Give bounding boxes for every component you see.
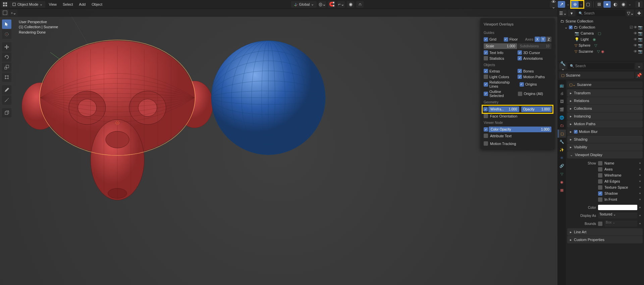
color-opacity-field[interactable]: Color Opacity1.000: [489, 127, 551, 132]
statistics-checkbox[interactable]: [484, 56, 488, 60]
panel-motion-blur[interactable]: ▸Motion Blur: [567, 128, 643, 135]
render-icon[interactable]: 📷: [638, 49, 643, 54]
tool-rotate[interactable]: [2, 52, 11, 62]
sphere-mesh[interactable]: [210, 39, 327, 156]
3d-cursor-checkbox[interactable]: [518, 50, 522, 55]
relationship-checkbox[interactable]: [484, 82, 488, 87]
extras-checkbox[interactable]: [484, 69, 488, 73]
gizmo-toggle[interactable]: ↗: [558, 1, 565, 8]
tab-object[interactable]: ▢: [558, 130, 566, 138]
eye-icon[interactable]: 👁: [634, 49, 637, 54]
tab-output[interactable]: 🖨: [558, 89, 566, 97]
eye-icon[interactable]: 👁: [634, 31, 637, 36]
tab-material[interactable]: ◉: [558, 178, 566, 186]
light-colors-checkbox[interactable]: [484, 75, 488, 79]
wireframe-field[interactable]: Wirefra...1.000: [488, 106, 519, 112]
outliner-display-mode[interactable]: ▾: [568, 10, 575, 16]
tool-add-cube[interactable]: [2, 108, 11, 117]
outliner-tree[interactable]: 🗀 Scene Collection ⌄ 🗀 Collection ☑👁📷 📷 …: [558, 17, 644, 61]
shadow-checkbox[interactable]: [598, 191, 602, 196]
menu-add[interactable]: Add: [76, 2, 89, 6]
opacity-field[interactable]: Opacity1.000: [521, 106, 552, 112]
orientation-dropdown[interactable]: Global ⌄: [291, 1, 317, 8]
xray-toggle[interactable]: ▢: [584, 1, 592, 8]
origins-all-checkbox[interactable]: [518, 92, 522, 96]
tab-particles[interactable]: ✨: [558, 146, 566, 154]
eye-icon[interactable]: 👁: [634, 25, 637, 30]
menu-object[interactable]: Object: [89, 2, 105, 6]
tab-world[interactable]: 🌐: [558, 113, 566, 122]
texture-space-checkbox[interactable]: [598, 185, 602, 190]
panel-visibility[interactable]: ▸Visibility: [567, 143, 643, 151]
panel-transform[interactable]: ▸Transform: [567, 89, 643, 97]
floor-checkbox[interactable]: [504, 37, 508, 42]
panel-relations[interactable]: ▸Relations: [567, 97, 643, 104]
tab-texture[interactable]: ▦: [558, 186, 566, 194]
tab-modifiers[interactable]: 🔧: [558, 138, 566, 146]
object-name-field[interactable]: ▢⌄ Suzanne: [567, 81, 643, 88]
tool-select-box[interactable]: [2, 19, 11, 29]
render-icon[interactable]: 📷: [638, 31, 643, 36]
color-picker[interactable]: [598, 205, 637, 210]
exclude-checkbox[interactable]: ☑: [630, 25, 633, 30]
tree-collection[interactable]: ⌄ 🗀 Collection ☑👁📷: [558, 24, 644, 30]
mode-dropdown[interactable]: Object Mode ⌄: [9, 1, 45, 8]
shading-solid[interactable]: ●: [603, 1, 611, 8]
text-info-checkbox[interactable]: [484, 50, 488, 55]
tab-physics[interactable]: ⚛: [558, 154, 566, 162]
tree-suzanne[interactable]: ▽ Suzanne ▽ ◉ 👁📷: [558, 48, 644, 54]
outliner-filter[interactable]: ▽⌄: [627, 10, 634, 16]
wireframe-obj-checkbox[interactable]: [598, 173, 602, 178]
editor-type-dropdown[interactable]: [1, 1, 9, 8]
axes-checkbox[interactable]: [598, 167, 602, 172]
eye-icon[interactable]: 👁: [634, 37, 637, 42]
render-icon[interactable]: 📷: [638, 25, 643, 30]
proportional-toggle[interactable]: ◉: [347, 1, 354, 8]
face-orientation-checkbox[interactable]: [484, 114, 488, 118]
suzanne-mesh[interactable]: [20, 39, 215, 213]
proportional-dropdown[interactable]: ∩: [356, 1, 364, 8]
tool-measure[interactable]: [2, 95, 11, 105]
tab-constraints[interactable]: 🔗: [558, 162, 566, 170]
display-as-dropdown[interactable]: Textured ⌄: [598, 212, 637, 219]
outliner-new-collection[interactable]: ✚: [635, 10, 643, 16]
render-icon[interactable]: 📷: [638, 37, 643, 42]
properties-editor-dropdown[interactable]: 🔧⌄: [559, 63, 567, 69]
annotations-checkbox[interactable]: [518, 56, 522, 60]
tree-camera[interactable]: 📷 Camera ▢ 👁📷: [558, 30, 644, 36]
menu-view[interactable]: View: [46, 2, 59, 6]
axis-z-toggle[interactable]: Z: [546, 37, 551, 42]
outliner-editor-dropdown[interactable]: ☰⌄: [559, 10, 567, 16]
panel-motion-paths[interactable]: ▸Motion Paths: [567, 120, 643, 128]
panel-line-art[interactable]: ▸Line Art: [567, 228, 643, 236]
tool-annotate[interactable]: [2, 85, 11, 95]
bounds-checkbox[interactable]: [598, 222, 602, 226]
panel-shading[interactable]: ▸Shading: [567, 136, 643, 143]
tree-sphere[interactable]: ▽ Sphere ▽ 👁📷: [558, 42, 644, 48]
properties-options[interactable]: ⌄: [635, 63, 643, 69]
color-opacity-checkbox[interactable]: [484, 127, 488, 132]
pivot-dropdown[interactable]: ◎⌄: [319, 1, 326, 8]
tool-scale[interactable]: [2, 62, 11, 72]
attribute-text-checkbox[interactable]: [484, 134, 488, 138]
panel-instancing[interactable]: ▸Instancing: [567, 112, 643, 120]
tab-scene[interactable]: 🎬: [558, 105, 566, 113]
3d-viewport[interactable]: ▫⌄ User Perspective (1) Collection | Suz…: [0, 9, 557, 285]
scale-field[interactable]: Scale1.000: [484, 43, 517, 49]
tool-cursor[interactable]: [2, 30, 11, 39]
tab-data[interactable]: ▽: [558, 170, 566, 178]
tool-transform[interactable]: [2, 73, 11, 82]
name-checkbox[interactable]: [598, 161, 602, 165]
snap-dropdown[interactable]: ⌐⌄: [337, 1, 345, 8]
gizmo-dropdown[interactable]: ⌄: [566, 2, 570, 6]
tree-scene-collection[interactable]: 🗀 Scene Collection: [558, 18, 644, 24]
select-box-icon[interactable]: [1, 9, 9, 16]
motion-blur-checkbox[interactable]: [574, 130, 578, 134]
shading-rendered[interactable]: ◉: [620, 1, 627, 8]
region-toggle[interactable]: ‖: [635, 1, 643, 8]
tab-collection[interactable]: 🗀: [558, 122, 566, 130]
wireframe-checkbox[interactable]: [483, 107, 488, 111]
tree-light[interactable]: 💡 Light ◉ 👁📷: [558, 36, 644, 42]
overlays-toggle[interactable]: ⊕: [571, 1, 579, 8]
eye-icon[interactable]: 👁: [634, 43, 637, 48]
